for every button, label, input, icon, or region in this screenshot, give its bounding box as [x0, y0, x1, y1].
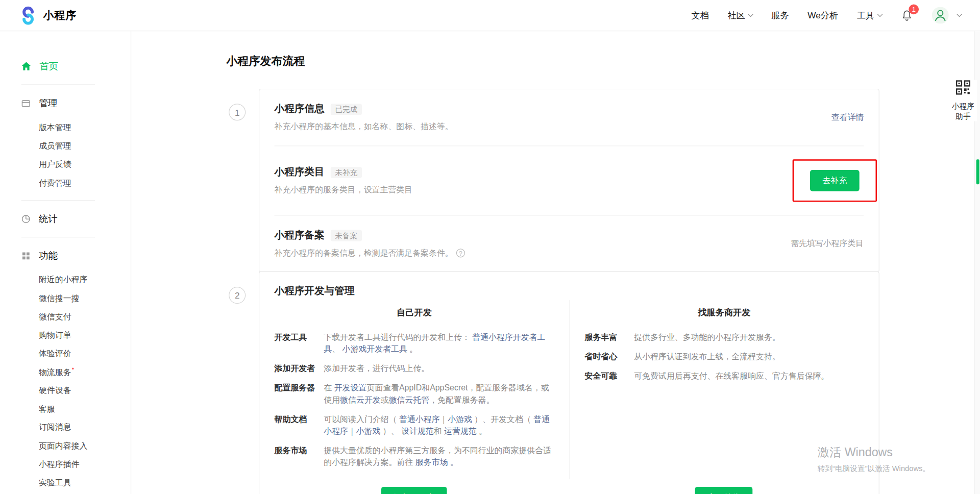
inline-link[interactable]: 小游戏	[448, 414, 472, 424]
go-now-button[interactable]: 立即前往	[695, 487, 753, 494]
row-add-developer: 添加开发者 添加开发者，进行代码上传。	[275, 362, 554, 374]
notification-bell[interactable]: 1	[900, 9, 913, 21]
self-develop-column: 自己开发 开发工具 下载开发者工具进行代码的开发和上传： 普通小程序开发者工具、…	[259, 300, 569, 479]
qr-code-icon	[955, 80, 970, 95]
row-dev-tools: 开发工具 下载开发者工具进行代码的开发和上传： 普通小程序开发者工具、 小游戏开…	[275, 331, 554, 355]
nav-item-tools[interactable]: 工具	[857, 10, 882, 21]
inline-link[interactable]: 微信云开发	[340, 395, 381, 404]
sidebar-item-customer-service[interactable]: 客服	[0, 400, 131, 418]
new-badge-dot: •	[72, 366, 74, 373]
row-help-docs: 帮助文档 可以阅读入门介绍（ 普通小程序｜小游戏 ）、开发文档（ 普通小程序｜小…	[275, 413, 554, 437]
inline-link[interactable]: 服务市场	[415, 457, 448, 466]
sidebar: 首页 管理 版本管理 成员管理 用户反馈 付费管理 统计 功能	[0, 31, 131, 494]
sidebar-item-logistics-service[interactable]: 物流服务•	[0, 363, 131, 381]
chevron-down-icon	[877, 11, 883, 16]
sidebar-item-subscribe-messages[interactable]: 订阅消息	[0, 418, 131, 436]
row-safe-reliable: 安全可靠 可免费试用后再支付、在线客服响应、官方售后保障。	[585, 370, 864, 382]
provider-develop-column: 找服务商开发 服务丰富 提供多行业、多功能的小程序开发服务。 省时省心 从小程序…	[569, 300, 879, 479]
grid-icon	[21, 251, 31, 260]
row-rich-services: 服务丰富 提供多行业、多功能的小程序开发服务。	[585, 331, 864, 343]
step-1-card: 小程序信息 已完成 补充小程序的基本信息，如名称、图标、描述等。 查看详情 小程…	[259, 89, 879, 273]
management-icon	[21, 98, 31, 108]
self-develop-header: 自己开发	[275, 307, 554, 318]
main-content: 小程序发布流程 1 小程序信息 已完成 补充小程序的基本信息，如名称、图标、描述…	[131, 31, 980, 494]
highlight-box: 去补充	[793, 159, 877, 202]
user-avatar	[932, 7, 949, 23]
sidebar-group-statistics[interactable]: 统计	[0, 209, 131, 229]
nav-item-we-analysis[interactable]: We分析	[807, 10, 838, 21]
row-service-market: 服务市场 提供大量优质的小程序第三方服务，为不同行业的商家提供合适的小程序解决方…	[275, 444, 554, 468]
sidebar-group-management[interactable]: 管理	[0, 93, 131, 113]
inline-link[interactable]: 开发设置	[334, 383, 367, 392]
row-miniprogram-filing: 小程序备案 未备案 补充小程序的备案信息，检测是否满足备案条件。 ? 需先填写小…	[259, 215, 878, 271]
status-badge-not-filed: 未备案	[331, 230, 362, 241]
sidebar-group-features-items: 附近的小程序 微信搜一搜 微信支付 购物订单 体验评价 物流服务• 硬件设备 客…	[0, 270, 131, 491]
home-icon	[21, 61, 32, 71]
status-badge-incomplete: 未补充	[331, 166, 362, 178]
sidebar-divider	[21, 200, 95, 201]
row-time-saving: 省时省心 从小程序认证到发布上线，全流程支持。	[585, 351, 864, 362]
sidebar-item-page-content-access[interactable]: 页面内容接入	[0, 436, 131, 455]
provider-develop-header: 找服务商开发	[585, 307, 864, 318]
wechat-miniprogram-console: 小程序 文档 社区 服务 We分析 工具 1	[0, 0, 980, 494]
brand-title: 小程序	[43, 8, 77, 22]
sidebar-item-payment-management[interactable]: 付费管理	[0, 174, 131, 192]
section-title: 小程序类目	[275, 165, 325, 179]
assistant-label: 小程序助手	[949, 101, 977, 121]
help-icon[interactable]: ?	[456, 249, 465, 257]
sidebar-item-shopping-orders[interactable]: 购物订单	[0, 326, 131, 344]
sidebar-item-nearby-miniprograms[interactable]: 附近的小程序	[0, 270, 131, 289]
row-miniprogram-info: 小程序信息 已完成 补充小程序的基本信息，如名称、图标、描述等。 查看详情	[259, 89, 878, 145]
step-2-card: 小程序开发与管理 自己开发 开发工具 下载开发者工具进行代码的开发和上传： 普通…	[259, 271, 879, 494]
chevron-down-icon	[748, 11, 753, 16]
view-details-link[interactable]: 查看详情	[831, 112, 864, 123]
status-badge-completed: 已完成	[331, 104, 362, 115]
row-configure-server: 配置服务器 在 开发设置页面查看AppID和AppSecret，配置服务器域名，…	[275, 382, 554, 406]
pie-chart-icon	[21, 214, 31, 223]
go-complete-button[interactable]: 去补充	[810, 170, 860, 191]
sidebar-item-version-management[interactable]: 版本管理	[0, 118, 131, 136]
chevron-down-icon	[957, 11, 962, 16]
inline-link[interactable]: 设计规范	[401, 426, 434, 435]
top-navbar: 小程序 文档 社区 服务 We分析 工具 1	[0, 0, 980, 31]
sidebar-divider	[21, 237, 95, 237]
sidebar-item-wechat-search[interactable]: 微信搜一搜	[0, 289, 131, 307]
nav-item-docs[interactable]: 文档	[692, 10, 709, 21]
page-title: 小程序发布流程	[226, 54, 305, 68]
account-menu[interactable]	[932, 7, 962, 23]
step-2-number: 2	[229, 287, 246, 304]
sidebar-divider	[21, 84, 95, 85]
step-1-number: 1	[229, 104, 246, 120]
scrollbar-thumb[interactable]	[976, 159, 979, 184]
nav-item-service[interactable]: 服务	[771, 10, 789, 21]
sidebar-group-management-items: 版本管理 成员管理 用户反馈 付费管理	[0, 118, 131, 191]
notification-badge: 1	[909, 4, 919, 14]
home-brand[interactable]: 小程序	[19, 6, 77, 25]
sidebar-item-experimental-tools[interactable]: 实验工具	[0, 474, 131, 492]
sidebar-item-experience-review[interactable]: 体验评价	[0, 344, 131, 363]
sidebar-item-member-management[interactable]: 成员管理	[0, 137, 131, 155]
inline-link[interactable]: 微信云托管	[389, 395, 430, 404]
row-miniprogram-category: 小程序类目 未补充 补充小程序的服务类目，设置主营类目 去补充	[259, 146, 878, 215]
section-title: 小程序信息	[275, 103, 325, 116]
inline-link[interactable]: 小游戏	[356, 426, 381, 435]
filing-precondition-note: 需先填写小程序类目	[791, 238, 864, 250]
miniprogram-assistant-widget[interactable]: 小程序助手	[949, 80, 977, 121]
dev-management-title: 小程序开发与管理	[259, 272, 878, 300]
add-developer-button[interactable]: 添加开发者	[381, 487, 447, 494]
miniprogram-logo-icon	[19, 6, 38, 25]
sidebar-item-wechat-pay[interactable]: 微信支付	[0, 307, 131, 326]
inline-link[interactable]: 运营规范	[444, 426, 477, 435]
navbar-menu: 文档 社区 服务 We分析 工具 1	[692, 7, 962, 23]
inline-link[interactable]: 小游戏开发者工具	[342, 344, 407, 354]
sidebar-group-features[interactable]: 功能	[0, 245, 131, 265]
section-title: 小程序备案	[275, 229, 325, 242]
sidebar-item-home[interactable]: 首页	[0, 56, 131, 76]
nav-item-community[interactable]: 社区	[728, 10, 753, 21]
inline-link[interactable]: 普通小程序	[399, 414, 440, 424]
sidebar-item-hardware-devices[interactable]: 硬件设备	[0, 381, 131, 400]
sidebar-item-miniprogram-plugins[interactable]: 小程序插件	[0, 455, 131, 473]
sidebar-item-user-feedback[interactable]: 用户反馈	[0, 155, 131, 174]
